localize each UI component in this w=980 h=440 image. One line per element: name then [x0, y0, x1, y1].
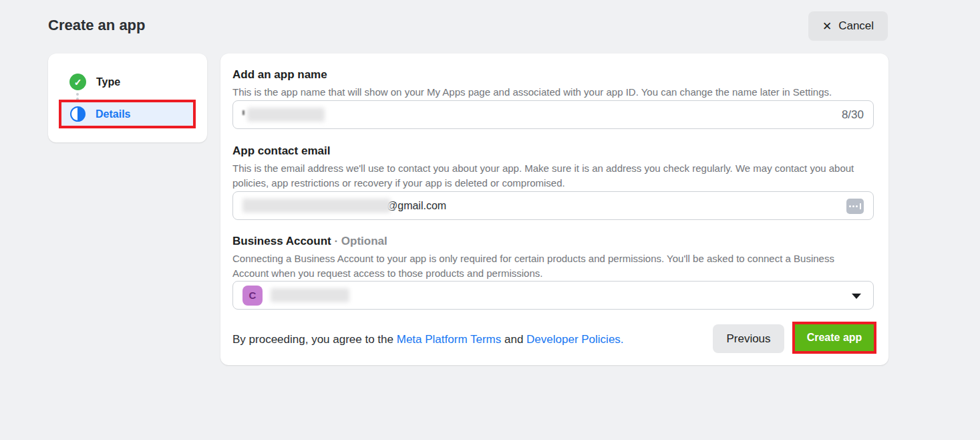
business-account-label: Business Account · Optional	[232, 235, 387, 248]
redacted-app-name-value	[247, 108, 325, 122]
stepper-card: ✓ Type Details	[48, 53, 207, 142]
terms-agreement-text: By proceeding, you agree to the Meta Pla…	[232, 333, 624, 346]
redacted-business-name	[271, 288, 349, 302]
previous-button[interactable]: Previous	[713, 324, 784, 353]
business-account-description: Connecting a Business Account to your ap…	[232, 251, 868, 281]
email-visible-suffix: @gmail.com	[387, 200, 446, 212]
create-app-page: { "header": { "title": "Create an app", …	[0, 0, 980, 440]
developer-policies-link[interactable]: Developer Policies.	[526, 333, 624, 346]
business-avatar: C	[242, 286, 263, 306]
chevron-down-icon	[852, 294, 861, 299]
app-name-char-counter: 8/30	[842, 108, 864, 122]
annotation-box-details: Details	[59, 100, 196, 128]
redacted-email-value	[242, 199, 391, 213]
close-icon: ✕	[822, 21, 832, 32]
business-account-dropdown[interactable]: C	[232, 281, 874, 310]
app-name-input[interactable]: 8/30	[232, 100, 874, 129]
checkmark-circle-icon: ✓	[69, 74, 86, 90]
create-app-button[interactable]: Create app	[795, 324, 874, 351]
app-name-description: This is the app name that will show on y…	[232, 85, 868, 100]
cancel-button[interactable]: ✕ Cancel	[808, 11, 888, 41]
details-form-card: Add an app name This is the app name tha…	[220, 53, 888, 365]
app-name-label: Add an app name	[232, 68, 327, 82]
annotation-box-create-app: Create app	[792, 322, 876, 354]
contact-email-description: This is the email address we'll use to c…	[232, 161, 868, 191]
contact-email-input[interactable]: @gmail.com	[232, 191, 874, 220]
meta-platform-terms-link[interactable]: Meta Platform Terms	[397, 333, 502, 346]
optional-tag: · Optional	[331, 235, 387, 247]
cancel-button-label: Cancel	[838, 19, 874, 33]
page-title: Create an app	[48, 17, 146, 34]
stepper-item-type-label: Type	[96, 76, 120, 88]
autofill-extension-icon[interactable]	[846, 199, 864, 214]
stepper-item-type[interactable]: ✓ Type	[69, 74, 120, 90]
contact-email-label: App contact email	[232, 144, 330, 158]
half-circle-progress-icon	[70, 106, 86, 122]
stepper-item-details[interactable]: Details	[61, 102, 193, 126]
stepper-connector-dot	[76, 93, 79, 96]
redacted-text-fragment	[242, 110, 244, 115]
stepper-item-details-label: Details	[96, 108, 130, 120]
